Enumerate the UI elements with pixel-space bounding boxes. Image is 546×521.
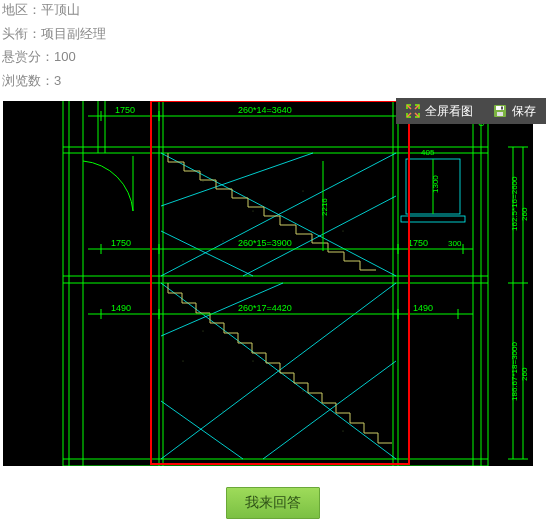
svg-point-39	[183, 261, 184, 262]
region-line: 地区：平顶山	[2, 0, 544, 20]
svg-text:1750: 1750	[115, 105, 135, 115]
svg-text:2216: 2216	[320, 198, 329, 216]
svg-text:186.67*18=3000: 186.67*18=3000	[510, 342, 519, 402]
svg-text:260*14=3640: 260*14=3640	[238, 105, 292, 115]
svg-rect-23	[401, 216, 465, 222]
views-line: 浏览数：3	[2, 71, 544, 91]
svg-point-36	[303, 191, 304, 192]
save-icon	[493, 104, 507, 118]
cad-drawing[interactable]: 1750 260*14=3640 C 405 1300 2216 1750 26…	[0, 98, 536, 469]
svg-point-42	[303, 391, 304, 392]
title-label: 头衔：	[2, 26, 41, 41]
answer-button[interactable]: 我来回答	[226, 487, 320, 519]
svg-point-37	[223, 241, 224, 242]
region-label: 地区：	[2, 2, 41, 17]
fullscreen-label: 全屏看图	[425, 103, 473, 120]
save-label: 保存	[512, 103, 536, 120]
answer-row: 我来回答	[0, 487, 546, 519]
svg-text:405: 405	[421, 148, 435, 157]
svg-text:1750: 1750	[111, 238, 131, 248]
svg-point-45	[183, 361, 184, 362]
svg-point-34	[203, 181, 204, 182]
svg-point-41	[253, 361, 254, 362]
fullscreen-icon	[406, 104, 420, 118]
title-line: 头衔：项目副经理	[2, 24, 544, 44]
svg-text:162.5*16=2600: 162.5*16=2600	[510, 176, 519, 231]
save-button[interactable]: 保存	[483, 98, 546, 124]
svg-text:1490: 1490	[111, 303, 131, 313]
fullscreen-button[interactable]: 全屏看图	[396, 98, 483, 124]
views-label: 浏览数：	[2, 73, 54, 88]
svg-point-44	[343, 431, 344, 432]
svg-text:260: 260	[520, 367, 529, 381]
svg-rect-2	[497, 112, 503, 116]
reward-value: 100	[54, 49, 76, 64]
reward-line: 悬赏分：100	[2, 47, 544, 67]
svg-text:300: 300	[448, 239, 462, 248]
svg-rect-3	[501, 107, 503, 110]
drawing-area: 全屏看图 保存	[0, 98, 546, 469]
svg-point-43	[223, 411, 224, 412]
views-value: 3	[54, 73, 61, 88]
region-value: 平顶山	[41, 2, 80, 17]
svg-text:260*17=4420: 260*17=4420	[238, 303, 292, 313]
meta-info: 地区：平顶山 头衔：项目副经理 悬赏分：100 浏览数：3	[0, 0, 546, 90]
svg-text:260: 260	[520, 207, 529, 221]
svg-text:1750: 1750	[408, 238, 428, 248]
svg-point-38	[343, 231, 344, 232]
svg-point-35	[253, 211, 254, 212]
reward-label: 悬赏分：	[2, 49, 54, 64]
svg-point-40	[203, 331, 204, 332]
svg-line-33	[161, 401, 243, 459]
image-toolbar: 全屏看图 保存	[396, 98, 546, 124]
svg-text:1300: 1300	[431, 175, 440, 193]
svg-text:1490: 1490	[413, 303, 433, 313]
svg-text:260*15=3900: 260*15=3900	[238, 238, 292, 248]
title-value: 项目副经理	[41, 26, 106, 41]
